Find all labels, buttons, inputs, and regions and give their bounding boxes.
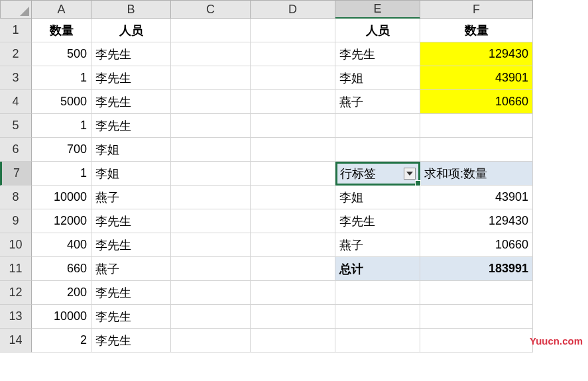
- cell-F6[interactable]: [420, 138, 533, 162]
- cell-C8[interactable]: [171, 186, 251, 209]
- cell-B6[interactable]: 李姐: [91, 138, 171, 162]
- cell-B7[interactable]: 李姐: [91, 162, 171, 186]
- cell-A7[interactable]: 1: [32, 162, 91, 186]
- cell-B8[interactable]: 燕子: [91, 186, 171, 209]
- cell-B11[interactable]: 燕子: [91, 257, 171, 281]
- row-header-13[interactable]: 13: [0, 305, 32, 329]
- cell-E3[interactable]: 李姐: [335, 66, 420, 90]
- row-header-7[interactable]: 7: [0, 162, 32, 186]
- column-header-D[interactable]: D: [251, 0, 335, 19]
- cell-F9[interactable]: 129430: [420, 209, 533, 233]
- cell-E7[interactable]: 行标签: [335, 162, 420, 186]
- cell-C10[interactable]: [171, 233, 251, 257]
- row-header-11[interactable]: 11: [0, 257, 32, 281]
- cell-D4[interactable]: [251, 90, 335, 114]
- cell-A10[interactable]: 400: [32, 233, 91, 257]
- cell-A12[interactable]: 200: [32, 281, 91, 305]
- cell-D7[interactable]: [251, 162, 335, 186]
- cell-C1[interactable]: [171, 19, 251, 42]
- cell-F1[interactable]: 数量: [420, 19, 533, 42]
- cell-A14[interactable]: 2: [32, 329, 91, 353]
- cell-E11[interactable]: 总计: [335, 257, 420, 281]
- cell-C11[interactable]: [171, 257, 251, 281]
- select-all-corner[interactable]: [0, 0, 32, 19]
- row-header-2[interactable]: 2: [0, 42, 32, 66]
- cell-B9[interactable]: 李先生: [91, 209, 171, 233]
- cell-C7[interactable]: [171, 162, 251, 186]
- cell-B4[interactable]: 李先生: [91, 90, 171, 114]
- cell-F7[interactable]: 求和项:数量: [420, 162, 533, 186]
- cell-E12[interactable]: [335, 281, 420, 305]
- cell-F5[interactable]: [420, 114, 533, 138]
- cell-B2[interactable]: 李先生: [91, 42, 171, 66]
- cell-A8[interactable]: 10000: [32, 186, 91, 209]
- column-header-B[interactable]: B: [91, 0, 171, 19]
- cell-D9[interactable]: [251, 209, 335, 233]
- cell-A13[interactable]: 10000: [32, 305, 91, 329]
- cell-A6[interactable]: 700: [32, 138, 91, 162]
- row-header-10[interactable]: 10: [0, 233, 32, 257]
- row-header-1[interactable]: 1: [0, 19, 32, 42]
- cell-D2[interactable]: [251, 42, 335, 66]
- cell-F3[interactable]: 43901: [420, 66, 533, 90]
- row-header-3[interactable]: 3: [0, 66, 32, 90]
- cell-C12[interactable]: [171, 281, 251, 305]
- cell-C3[interactable]: [171, 66, 251, 90]
- cell-E4[interactable]: 燕子: [335, 90, 420, 114]
- cell-B14[interactable]: 李先生: [91, 329, 171, 353]
- cell-D1[interactable]: [251, 19, 335, 42]
- cell-C13[interactable]: [171, 305, 251, 329]
- column-header-A[interactable]: A: [32, 0, 91, 19]
- cell-C5[interactable]: [171, 114, 251, 138]
- cell-A1[interactable]: 数量: [32, 19, 91, 42]
- cell-E13[interactable]: [335, 305, 420, 329]
- cell-A11[interactable]: 660: [32, 257, 91, 281]
- cell-D8[interactable]: [251, 186, 335, 209]
- cell-A4[interactable]: 5000: [32, 90, 91, 114]
- cell-F8[interactable]: 43901: [420, 186, 533, 209]
- cell-A9[interactable]: 12000: [32, 209, 91, 233]
- cell-D13[interactable]: [251, 305, 335, 329]
- column-header-E[interactable]: E: [335, 0, 420, 19]
- cell-F2[interactable]: 129430: [420, 42, 533, 66]
- cell-C2[interactable]: [171, 42, 251, 66]
- column-header-F[interactable]: F: [420, 0, 533, 19]
- spreadsheet-grid[interactable]: ABCDEF1数量人员人员数量2500李先生李先生12943031李先生李姐43…: [0, 0, 588, 353]
- cell-E8[interactable]: 李姐: [335, 186, 420, 209]
- cell-C9[interactable]: [171, 209, 251, 233]
- cell-B13[interactable]: 李先生: [91, 305, 171, 329]
- row-header-6[interactable]: 6: [0, 138, 32, 162]
- cell-E6[interactable]: [335, 138, 420, 162]
- cell-E1[interactable]: 人员: [335, 19, 420, 42]
- cell-B1[interactable]: 人员: [91, 19, 171, 42]
- cell-A5[interactable]: 1: [32, 114, 91, 138]
- cell-D6[interactable]: [251, 138, 335, 162]
- cell-F13[interactable]: [420, 305, 533, 329]
- cell-D10[interactable]: [251, 233, 335, 257]
- cell-C14[interactable]: [171, 329, 251, 353]
- cell-E9[interactable]: 李先生: [335, 209, 420, 233]
- pivot-filter-dropdown[interactable]: [404, 168, 416, 180]
- cell-A3[interactable]: 1: [32, 66, 91, 90]
- cell-B10[interactable]: 李先生: [91, 233, 171, 257]
- row-header-4[interactable]: 4: [0, 90, 32, 114]
- cell-B3[interactable]: 李先生: [91, 66, 171, 90]
- cell-C4[interactable]: [171, 90, 251, 114]
- cell-D12[interactable]: [251, 281, 335, 305]
- cell-D5[interactable]: [251, 114, 335, 138]
- cell-D14[interactable]: [251, 329, 335, 353]
- row-header-9[interactable]: 9: [0, 209, 32, 233]
- cell-B12[interactable]: 李先生: [91, 281, 171, 305]
- cell-E10[interactable]: 燕子: [335, 233, 420, 257]
- cell-D11[interactable]: [251, 257, 335, 281]
- cell-E2[interactable]: 李先生: [335, 42, 420, 66]
- row-header-14[interactable]: 14: [0, 329, 32, 353]
- cell-E5[interactable]: [335, 114, 420, 138]
- cell-B5[interactable]: 李先生: [91, 114, 171, 138]
- cell-F10[interactable]: 10660: [420, 233, 533, 257]
- row-header-12[interactable]: 12: [0, 281, 32, 305]
- cell-F11[interactable]: 183991: [420, 257, 533, 281]
- cell-A2[interactable]: 500: [32, 42, 91, 66]
- cell-D3[interactable]: [251, 66, 335, 90]
- row-header-5[interactable]: 5: [0, 114, 32, 138]
